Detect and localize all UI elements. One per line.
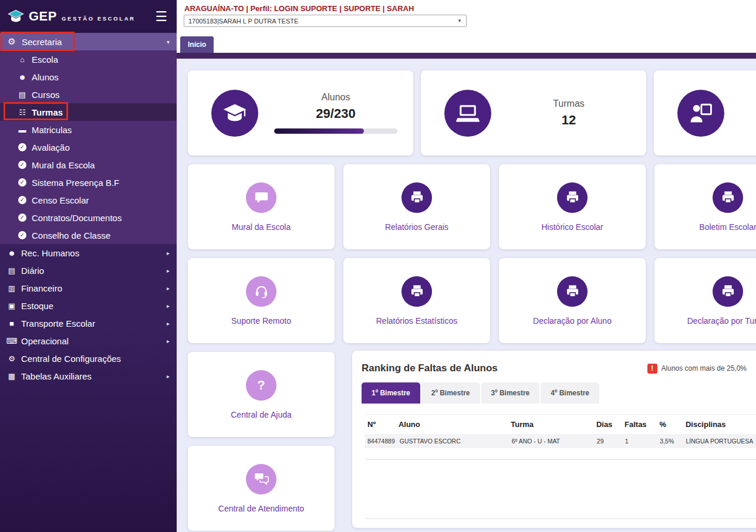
card-historico-escolar[interactable]: Histórico Escolar <box>499 164 646 249</box>
column-header: Aluno <box>396 415 508 434</box>
sidebar-item-conselho-de-classe[interactable]: ✓ Conselho de Classe <box>0 226 177 244</box>
sidebar-item-secretaria[interactable]: ⚙ Secretaria ▾ <box>0 33 177 50</box>
sidebar-item-label: Alunos <box>32 72 59 82</box>
card-declaracao-por-turma[interactable]: Declaração por Turma <box>654 258 756 343</box>
sidebar-item-diario[interactable]: ▤ Diário ▸ <box>0 262 177 279</box>
hamburger-menu-icon[interactable]: ☰ <box>155 10 167 23</box>
card-label: Central de Ajuda <box>231 410 292 419</box>
gep-logo-icon <box>6 8 26 25</box>
card-label: Mural da Escola <box>232 222 291 232</box>
headset-icon <box>246 276 276 307</box>
printer-icon <box>401 276 432 307</box>
chevron-right-icon: ▸ <box>167 338 170 344</box>
stat-card-alunos[interactable]: Alunos 29/230 <box>188 70 413 155</box>
sidebar-item-tabelas-auxiliares[interactable]: ▦ Tabelas Auxiliares ▸ <box>0 367 177 385</box>
card-declaracao-por-aluno[interactable]: Declaração por Aluno <box>499 258 646 343</box>
table-icon: ▦ <box>6 372 18 381</box>
sidebar-item-alunos[interactable]: ☻ Alunos <box>0 68 177 86</box>
card-label: Histórico Escolar <box>541 222 603 232</box>
app-logo: GEP GESTÃO ESCOLAR ☰ <box>0 0 177 33</box>
card-relatorios-estatisticos[interactable]: Relatórios Estatísticos <box>343 258 490 343</box>
id-card-icon: ▬ <box>16 126 28 134</box>
tab-2-bimestre[interactable]: 2º Bimestre <box>421 382 480 404</box>
column-header: Dias <box>594 415 622 434</box>
ranking-alert: ! Alunos com mais de 25,0% <box>647 364 747 374</box>
school-building-icon: ⌂ <box>16 55 28 64</box>
sidebar-item-operacional[interactable]: ⌨ Operacional ▸ <box>0 332 177 350</box>
bus-icon: ■ <box>6 319 18 328</box>
sidebar-item-censo-escolar[interactable]: ✓ Censo Escolar <box>0 191 177 209</box>
cell-percentual: 3,5% <box>657 434 683 448</box>
stat-value: 29/230 <box>316 106 355 121</box>
card-central-de-atendimento[interactable]: Central de Atendimento <box>188 446 335 531</box>
tab-inicio[interactable]: Início <box>180 36 214 53</box>
cell-disciplinas: LÍNGUA PORTUGUESA <box>684 434 756 448</box>
sidebar-item-label: Escola <box>32 55 58 65</box>
stat-card-professores[interactable] <box>654 70 756 155</box>
sidebar-item-rec-humanos[interactable]: ☻ Rec. Humanos ▸ <box>0 244 177 262</box>
bimestre-tabs: 1º Bimestre 2º Bimestre 3º Bimestre 4º B… <box>362 382 756 404</box>
check-circle-icon: ✓ <box>18 196 26 204</box>
sidebar-item-label: Diário <box>21 266 44 276</box>
sidebar-item-label: Censo Escolar <box>32 195 89 205</box>
student-select[interactable]: 17005183|SARAH L P DUTRA TESTE ▼ <box>184 15 467 27</box>
sidebar-main-menu: ☻ Rec. Humanos ▸ ▤ Diário ▸ ▥ Financeiro… <box>0 244 177 385</box>
column-header: % <box>657 415 683 434</box>
tab-1-bimestre[interactable]: 1º Bimestre <box>362 382 420 404</box>
table-row[interactable]: 84474889 GUSTTAVO ESCORC 6º ANO - U - MA… <box>365 434 756 448</box>
sidebar-item-label: Turmas <box>32 107 63 117</box>
tab-4-bimestre[interactable]: 4º Bimestre <box>541 382 599 404</box>
laptop-icon <box>444 90 491 137</box>
check-circle-icon: ✓ <box>18 161 26 169</box>
sidebar-item-matriculas[interactable]: ▬ Matriculas <box>0 121 177 138</box>
printer-icon <box>713 276 743 307</box>
alert-text: Alunos com mais de 25,0% <box>662 364 747 372</box>
sidebar-item-label: Conselho de Classe <box>32 231 110 240</box>
sidebar-item-avaliacao[interactable]: ✓ Avaliação <box>0 138 177 156</box>
card-label: Suporte Remoto <box>231 316 291 326</box>
card-suporte-remoto[interactable]: Suporte Remoto <box>188 258 335 343</box>
card-boletim-escolar[interactable]: Boletim Escolar <box>654 164 756 249</box>
person-icon: ☻ <box>16 73 28 82</box>
sidebar-item-estoque[interactable]: ▣ Estoque ▸ <box>0 297 177 314</box>
sidebar-item-contratos-documentos[interactable]: ✓ Contratos/Documentos <box>0 209 177 226</box>
sidebar-item-label: Estoque <box>21 301 53 311</box>
check-circle-icon: ✓ <box>18 214 26 222</box>
sidebar-item-central-de-configuracoes[interactable]: ⚙ Central de Configurações <box>0 350 177 367</box>
sidebar-item-turmas[interactable]: ☷ Turmas <box>0 103 177 121</box>
column-header: Nº <box>365 415 396 434</box>
sidebar-item-label: Matriculas <box>32 125 72 135</box>
stat-card-turmas[interactable]: Turmas 12 <box>421 70 646 155</box>
chevron-right-icon: ▸ <box>167 320 170 327</box>
box-icon: ▣ <box>6 301 18 310</box>
card-relatorios-gerais[interactable]: Relatórios Gerais <box>343 164 490 249</box>
check-circle-icon: ✓ <box>18 178 26 187</box>
stat-label: Alunos <box>322 92 350 103</box>
sidebar-item-cursos[interactable]: ▤ Cursos <box>0 86 177 103</box>
cell-faltas: 1 <box>623 434 657 448</box>
ranking-title: Ranking de Faltas de Alunos <box>362 362 498 374</box>
sidebar-item-mural-da-escola[interactable]: ✓ Mural da Escola <box>0 156 177 174</box>
card-central-de-ajuda[interactable]: ? Central de Ajuda <box>188 352 335 437</box>
chats-icon <box>246 464 276 494</box>
chevron-right-icon: ▸ <box>167 250 170 256</box>
secretaria-submenu: ⌂ Escola ☻ Alunos ▤ Cursos ☷ Turmas ▬ Ma… <box>0 50 177 244</box>
question-icon: ? <box>246 370 276 401</box>
sidebar-item-sistema-presenca[interactable]: ✓ Sistema Presença B.F <box>0 174 177 191</box>
sidebar-item-escola[interactable]: ⌂ Escola <box>0 50 177 68</box>
card-mural-da-escola[interactable]: Mural da Escola <box>188 164 335 249</box>
card-label: Declaração por Aluno <box>533 316 612 326</box>
ranking-table: Nº Aluno Turma Dias Faltas % Disciplinas… <box>365 414 756 460</box>
sidebar-item-label: Operacional <box>21 336 69 346</box>
sidebar-item-transporte-escolar[interactable]: ■ Transporte Escolar ▸ <box>0 314 177 332</box>
tab-3-bimestre[interactable]: 3º Bimestre <box>481 382 540 404</box>
teacher-board-icon <box>677 90 724 137</box>
card-label: Boletim Escolar <box>699 222 756 232</box>
sidebar-item-financeiro[interactable]: ▥ Financeiro ▸ <box>0 279 177 297</box>
alunos-progress-fill <box>274 128 364 134</box>
cell-aluno: GUSTTAVO ESCORC <box>397 434 509 448</box>
chevron-down-icon: ▾ <box>167 39 170 45</box>
sidebar-item-label: Tabelas Auxiliares <box>21 371 92 381</box>
person-icon: ☻ <box>6 249 18 257</box>
gears-icon: ⚙ <box>6 36 18 47</box>
